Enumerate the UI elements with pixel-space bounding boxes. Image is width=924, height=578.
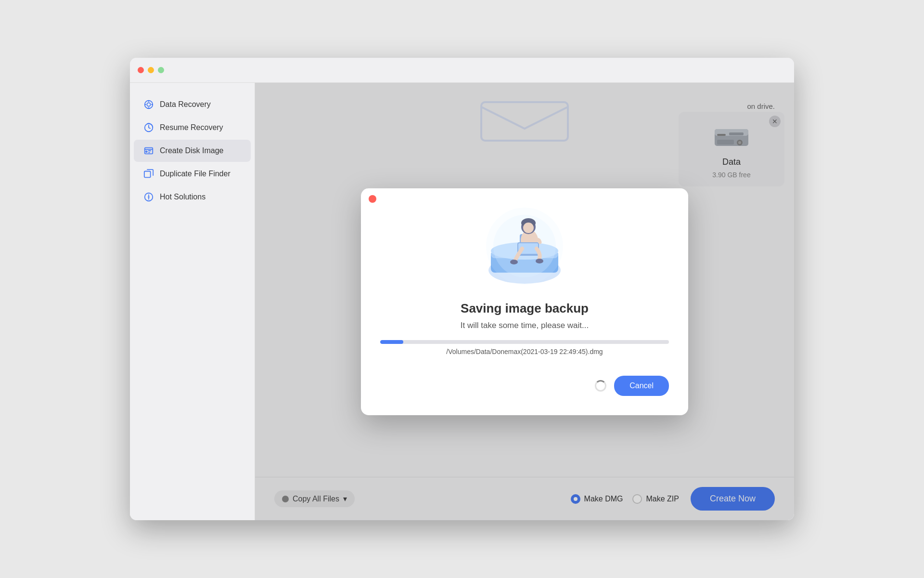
sidebar-item-data-recovery-label: Data Recovery bbox=[160, 100, 211, 109]
content-area: on drive. ✕ Data 3.90 GB free bbox=[255, 83, 794, 520]
progress-container: /Volumes/Data/Donemax(2021-03-19 22:49:4… bbox=[380, 340, 669, 355]
modal-title: Saving image backup bbox=[461, 301, 589, 316]
close-button[interactable] bbox=[138, 67, 144, 73]
fullscreen-button[interactable] bbox=[158, 67, 164, 73]
modal-subtitle: It will take some time, please wait... bbox=[461, 321, 589, 330]
app-window: Data Recovery Resume Recovery bbox=[130, 58, 794, 520]
minimize-button[interactable] bbox=[148, 67, 154, 73]
duplicate-icon bbox=[143, 169, 154, 179]
title-bar bbox=[130, 58, 794, 83]
data-recovery-icon bbox=[143, 99, 154, 110]
sidebar-item-resume-recovery[interactable]: Resume Recovery bbox=[134, 117, 251, 139]
progress-bar-fill bbox=[380, 340, 403, 344]
svg-point-29 bbox=[486, 208, 563, 285]
svg-point-1 bbox=[147, 103, 150, 106]
sidebar: Data Recovery Resume Recovery bbox=[130, 83, 255, 520]
sidebar-item-resume-recovery-label: Resume Recovery bbox=[160, 123, 223, 132]
disk-image-icon bbox=[143, 145, 154, 156]
svg-point-4 bbox=[146, 151, 147, 152]
modal-illustration bbox=[476, 208, 573, 289]
hot-solutions-icon bbox=[143, 192, 154, 202]
sidebar-item-create-disk-image[interactable]: Create Disk Image bbox=[134, 140, 251, 162]
modal-bottom-controls: Cancel bbox=[595, 376, 669, 396]
loading-spinner bbox=[595, 380, 606, 392]
saving-modal: Saving image backup It will take some ti… bbox=[361, 188, 688, 415]
sidebar-item-hot-solutions-label: Hot Solutions bbox=[160, 193, 205, 201]
progress-path-text: /Volumes/Data/Donemax(2021-03-19 22:49:4… bbox=[380, 348, 669, 355]
sidebar-item-data-recovery[interactable]: Data Recovery bbox=[134, 93, 251, 116]
cancel-button[interactable]: Cancel bbox=[614, 376, 669, 396]
main-content: Data Recovery Resume Recovery bbox=[130, 83, 794, 520]
sidebar-item-hot-solutions[interactable]: Hot Solutions bbox=[134, 186, 251, 208]
sidebar-item-duplicate-file-finder[interactable]: Duplicate File Finder bbox=[134, 163, 251, 185]
resume-recovery-icon bbox=[143, 122, 154, 133]
sidebar-item-duplicate-file-finder-label: Duplicate File Finder bbox=[160, 170, 231, 178]
progress-bar-background bbox=[380, 340, 669, 344]
svg-rect-5 bbox=[144, 171, 151, 178]
modal-close-button[interactable] bbox=[369, 195, 376, 203]
modal-overlay: Saving image backup It will take some ti… bbox=[255, 83, 794, 520]
sidebar-item-create-disk-image-label: Create Disk Image bbox=[160, 146, 224, 155]
